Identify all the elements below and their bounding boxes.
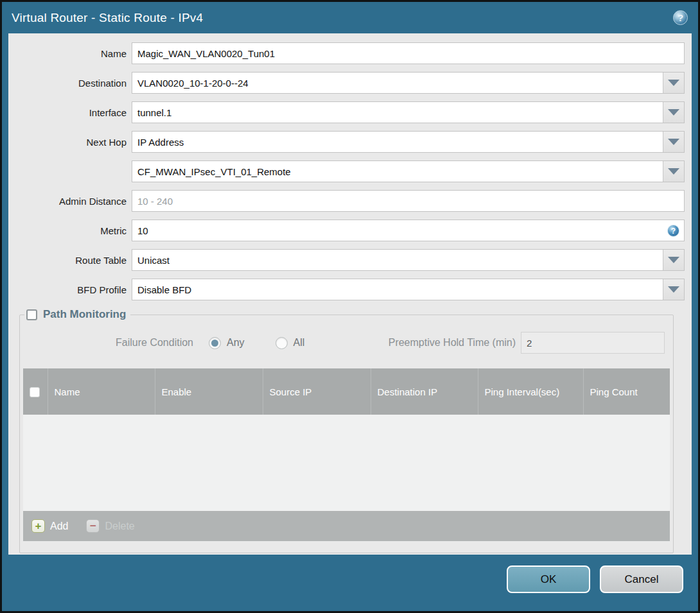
route-table-dropdown-button[interactable] — [663, 250, 684, 270]
path-monitoring-legend: Path Monitoring — [24, 308, 130, 321]
radio-all[interactable] — [276, 337, 288, 349]
table-header-ping-count[interactable]: Ping Count — [583, 368, 670, 415]
table-empty-body — [23, 415, 670, 511]
next-hop-address-dropdown-button[interactable] — [663, 161, 684, 182]
next-hop-field-box — [132, 131, 685, 153]
add-button[interactable]: + Add — [31, 519, 68, 533]
chevron-down-icon — [668, 168, 679, 175]
failure-condition-row: Failure Condition Any All Preemptive Hol… — [23, 331, 670, 354]
next-hop-label: Next Hop — [8, 137, 132, 148]
metric-help-icon[interactable]: ? — [667, 225, 679, 237]
form-row-next-hop-address — [8, 160, 685, 182]
name-field-box — [132, 42, 685, 64]
chevron-down-icon — [668, 80, 679, 86]
chevron-down-icon — [668, 257, 679, 263]
bfd-profile-input[interactable] — [132, 279, 684, 300]
radio-any-label: Any — [227, 337, 245, 349]
form-row-interface: Interface — [8, 101, 685, 123]
destination-input[interactable] — [132, 73, 684, 93]
select-all-checkbox[interactable] — [30, 387, 40, 397]
bfd-profile-field-box — [132, 279, 685, 300]
table-header-select — [23, 368, 48, 415]
next-hop-address-field-box — [132, 160, 685, 182]
form-row-bfd-profile: BFD Profile — [8, 279, 685, 300]
route-table-input[interactable] — [132, 250, 684, 270]
form-row-name: Name — [8, 42, 685, 64]
chevron-down-icon — [668, 286, 679, 293]
preemptive-hold-time-input[interactable] — [521, 332, 665, 354]
path-monitoring-table: Name Enable Source IP Destination IP Pin… — [23, 368, 670, 541]
minus-icon: − — [86, 519, 100, 533]
table-header-row: Name Enable Source IP Destination IP Pin… — [23, 368, 670, 415]
bfd-profile-dropdown-button[interactable] — [663, 279, 684, 300]
next-hop-address-input[interactable] — [132, 161, 684, 182]
path-monitoring-title: Path Monitoring — [43, 308, 126, 321]
next-hop-dropdown-button[interactable] — [663, 132, 684, 152]
path-monitoring-checkbox[interactable] — [26, 309, 37, 320]
destination-field-box — [132, 72, 685, 94]
chevron-down-icon — [668, 109, 679, 116]
failure-condition-option-all[interactable]: All — [276, 337, 305, 349]
failure-condition-option-any[interactable]: Any — [209, 337, 245, 349]
form-row-route-table: Route Table — [8, 249, 685, 271]
dialog-content: Name Destination Interface Next Hop — [8, 33, 692, 555]
form-row-metric: Metric ? — [8, 220, 685, 241]
table-header-source-ip[interactable]: Source IP — [263, 368, 371, 415]
bfd-profile-label: BFD Profile — [8, 284, 132, 295]
radio-all-label: All — [293, 337, 305, 349]
failure-condition-label: Failure Condition — [23, 337, 193, 349]
metric-field-box: ? — [132, 220, 685, 241]
interface-field-box — [132, 101, 685, 123]
table-header-ping-interval[interactable]: Ping Interval(sec) — [478, 368, 583, 415]
dialog-footer: OK Cancel — [2, 555, 698, 611]
name-input[interactable] — [132, 43, 684, 64]
delete-button[interactable]: − Delete — [86, 519, 134, 533]
table-header-destination-ip[interactable]: Destination IP — [371, 368, 478, 415]
interface-label: Interface — [8, 107, 132, 118]
cancel-button[interactable]: Cancel — [600, 566, 683, 593]
metric-label: Metric — [8, 225, 132, 236]
admin-distance-label: Admin Distance — [8, 196, 132, 207]
add-button-label: Add — [50, 521, 68, 532]
radio-any[interactable] — [209, 337, 221, 349]
dialog-titlebar: Virtual Router - Static Route - IPv4 ? — [2, 2, 698, 33]
admin-distance-input[interactable] — [132, 191, 684, 211]
route-table-field-box — [132, 249, 685, 271]
chevron-down-icon — [668, 139, 679, 145]
help-icon[interactable]: ? — [673, 10, 688, 25]
ok-button[interactable]: OK — [507, 566, 590, 593]
admin-distance-field-box — [132, 190, 685, 212]
interface-dropdown-button[interactable] — [663, 102, 684, 123]
interface-input[interactable] — [132, 102, 684, 123]
table-toolbar: + Add − Delete — [23, 511, 670, 541]
plus-icon: + — [31, 519, 45, 533]
delete-button-label: Delete — [105, 521, 134, 532]
table-header-name[interactable]: Name — [48, 368, 155, 415]
route-table-label: Route Table — [8, 255, 132, 266]
metric-input[interactable] — [132, 220, 684, 241]
name-label: Name — [8, 48, 132, 59]
form-row-next-hop: Next Hop — [8, 131, 685, 153]
table-header-enable[interactable]: Enable — [155, 368, 263, 415]
dialog-title: Virtual Router - Static Route - IPv4 — [12, 11, 673, 25]
destination-label: Destination — [8, 78, 132, 89]
next-hop-type-input[interactable] — [132, 132, 684, 152]
form-row-admin-distance: Admin Distance — [8, 190, 685, 212]
preemptive-hold-time-label: Preemptive Hold Time (min) — [389, 337, 521, 349]
form-row-destination: Destination — [8, 72, 685, 94]
static-route-dialog: Virtual Router - Static Route - IPv4 ? N… — [0, 0, 700, 613]
destination-dropdown-button[interactable] — [663, 73, 684, 93]
path-monitoring-section: Path Monitoring Failure Condition Any Al… — [19, 308, 674, 553]
